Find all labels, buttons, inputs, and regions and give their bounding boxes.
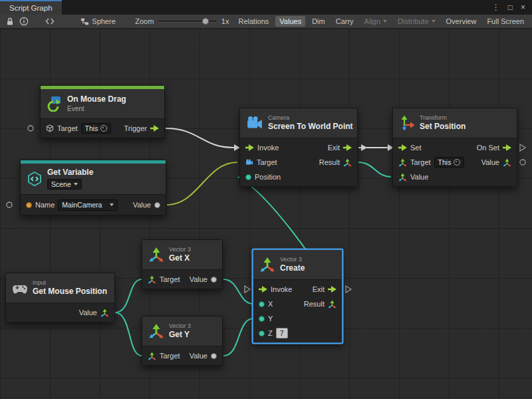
float-port-icon[interactable] [211, 277, 217, 283]
node-get-mouse-position[interactable]: Input Get Mouse Position Value [5, 273, 115, 323]
port-label-on-set: On Set [477, 144, 499, 152]
node-title: On Mouse Drag [67, 95, 126, 104]
float-port-dot[interactable] [259, 301, 265, 307]
node-vector3-create[interactable]: Vector 3 Create Invoke Exit X Result [253, 249, 342, 343]
chevron-down-icon [74, 183, 78, 188]
node-kind: Vector 3 [169, 247, 191, 253]
target-this-chip[interactable]: This [81, 123, 112, 134]
flow-arrow-icon[interactable] [343, 144, 352, 151]
node-on-mouse-drag[interactable]: On Mouse Drag Event Target This Trigger [40, 85, 165, 138]
node-set-position[interactable]: Transform Set Position Set On Set Target… [392, 108, 517, 187]
maximize-icon[interactable]: □ [508, 3, 513, 12]
close-icon[interactable]: × [521, 3, 525, 12]
zoom-slider-handle[interactable] [202, 18, 209, 25]
lock-icon[interactable] [4, 16, 15, 27]
flow-arrow-icon[interactable] [328, 286, 336, 293]
object-picker-icon[interactable] [454, 159, 460, 166]
port-label-set: Set [410, 144, 422, 152]
node-get-y[interactable]: Vector 3 Get Y Target Value [142, 316, 223, 366]
window-controls: ⋮ □ × [492, 0, 532, 15]
string-port-icon[interactable] [26, 202, 32, 208]
flow-arrow-icon[interactable] [398, 144, 407, 151]
object-picker-icon[interactable] [100, 125, 107, 132]
port-label-value: Value [190, 275, 207, 283]
float-port-dot[interactable] [259, 316, 265, 322]
graph-asset[interactable]: Sphere [78, 17, 118, 26]
vector3-port-icon[interactable] [343, 158, 352, 167]
flow-arrow-icon[interactable] [503, 144, 511, 151]
variable-name-dropdown[interactable]: MainCamera [58, 200, 118, 211]
vector3-port-icon[interactable] [398, 173, 407, 182]
gameobject-icon [46, 124, 54, 132]
port-label-x: X [268, 300, 273, 308]
window-menu-icon[interactable]: ⋮ [492, 3, 500, 12]
port-label-target: Target [160, 275, 180, 283]
port-label-exit: Exit [313, 285, 325, 293]
node-kind: Vector 3 [169, 323, 191, 329]
node-get-variable[interactable]: Get Variable Scene Name MainCamera Value [20, 160, 166, 215]
port-label-target: Target [57, 124, 78, 132]
variable-scope-dropdown[interactable]: Scene [47, 179, 82, 190]
float-port-icon[interactable] [211, 353, 217, 359]
flow-arrow-icon[interactable] [150, 125, 159, 132]
tab-bar: Script Graph ⋮ □ × [0, 0, 532, 15]
vector3-port-icon[interactable] [148, 352, 156, 360]
port-label-target: Target [257, 158, 277, 166]
code-icon[interactable] [45, 16, 56, 27]
values-button[interactable]: Values [275, 16, 305, 27]
port-label-target: Target [160, 352, 180, 360]
graph-toolbar: Sphere Zoom 1x Relations Values Dim Carr… [0, 15, 532, 29]
variable-icon [27, 171, 43, 187]
node-title: Screen To World Point [268, 122, 351, 131]
node-subtitle: Event [67, 106, 126, 112]
vector3-port-icon[interactable] [328, 300, 336, 309]
port-label-y: Y [268, 315, 273, 323]
zoom-label: Zoom [135, 17, 154, 25]
graph-asset-icon [80, 17, 89, 26]
z-value-field[interactable]: 7 [276, 328, 288, 338]
node-title: Create [280, 264, 305, 273]
vector3-port-icon[interactable] [503, 158, 511, 167]
tab-title: Script Graph [9, 4, 53, 12]
port-label-position: Position [255, 173, 281, 181]
vector3-port-dot[interactable] [245, 174, 251, 180]
flow-arrow-icon[interactable] [259, 286, 267, 293]
node-get-x[interactable]: Vector 3 Get X Target Value [142, 239, 223, 289]
node-kind: Transform [420, 115, 466, 121]
tab-script-graph[interactable]: Script Graph [0, 0, 62, 15]
event-icon [47, 96, 63, 112]
port-label-value: Value [79, 309, 97, 317]
port-label-result: Result [304, 300, 325, 308]
node-title: Get Mouse Position [33, 287, 107, 296]
object-port-icon[interactable] [154, 202, 160, 208]
port-label-exit: Exit [328, 144, 340, 152]
gamepad-icon [12, 280, 28, 296]
vector3-port-icon[interactable] [100, 309, 109, 317]
port-label-value: Value [190, 352, 207, 360]
node-screen-to-world-point[interactable]: Camera Screen To World Point Invoke Exit… [239, 108, 358, 187]
overview-button[interactable]: Overview [442, 16, 481, 27]
graph-asset-name: Sphere [92, 17, 115, 25]
dim-button[interactable]: Dim [308, 16, 329, 27]
full-screen-button[interactable]: Full Screen [483, 16, 528, 27]
camera-port-icon[interactable] [245, 158, 253, 166]
chevron-down-icon [432, 20, 436, 25]
port-label-value: Value [133, 201, 151, 209]
target-this-chip[interactable]: This [434, 157, 465, 168]
info-icon[interactable] [18, 16, 29, 27]
flow-arrow-icon[interactable] [245, 144, 254, 151]
align-button[interactable]: Align [360, 16, 391, 27]
relations-button[interactable]: Relations [234, 16, 273, 27]
port-label-invoke: Invoke [257, 144, 279, 152]
distribute-button[interactable]: Distribute [394, 16, 439, 27]
vector3-port-icon[interactable] [148, 275, 156, 284]
vector3-icon [148, 247, 164, 263]
node-kind: Camera [268, 115, 351, 121]
zoom-slider[interactable] [159, 17, 215, 26]
script-graph-window: Script Graph ⋮ □ × Sphere Zoom 1x Relati… [0, 0, 532, 399]
transform-port-icon[interactable] [398, 158, 407, 167]
float-port-dot[interactable] [259, 331, 265, 336]
node-title: Get X [169, 254, 191, 263]
node-kind: Input [33, 280, 107, 286]
carry-button[interactable]: Carry [332, 16, 358, 27]
